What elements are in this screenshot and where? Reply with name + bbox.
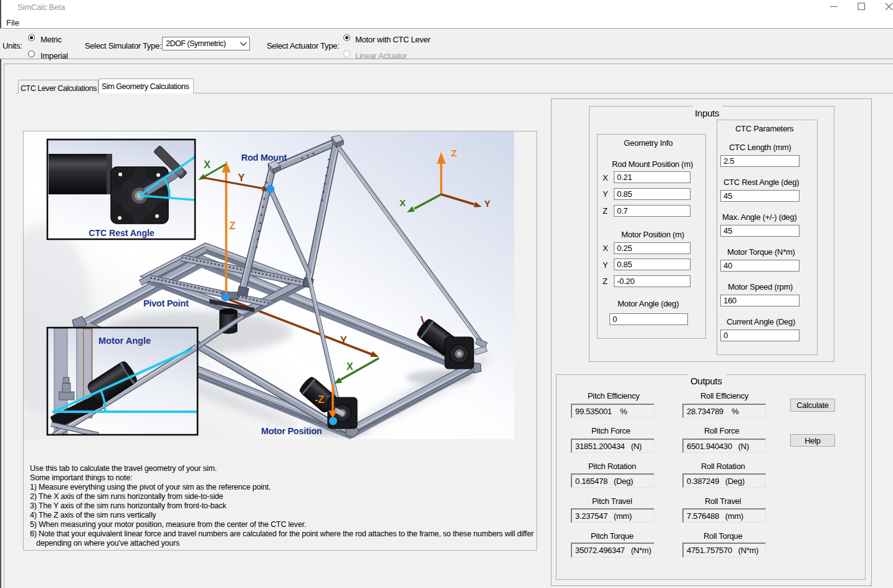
svg-text:Y: Y xyxy=(340,335,347,346)
svg-text:Z: Z xyxy=(229,220,236,231)
svg-text:Motor Angle: Motor Angle xyxy=(98,336,151,346)
svg-text:Z: Z xyxy=(451,148,457,158)
svg-text:X: X xyxy=(346,361,353,372)
svg-text:Rod Mount: Rod Mount xyxy=(241,153,287,163)
svg-text:-Z: -Z xyxy=(315,394,324,405)
svg-text:Y: Y xyxy=(484,198,490,209)
svg-text:X: X xyxy=(204,159,211,170)
svg-text:CTC Rest Angle: CTC Rest Angle xyxy=(88,228,154,238)
svg-text:X: X xyxy=(399,197,406,208)
svg-text:Y: Y xyxy=(238,173,245,183)
svg-text:Pivot Point: Pivot Point xyxy=(143,298,189,308)
svg-text:Motor Position: Motor Position xyxy=(261,426,322,436)
